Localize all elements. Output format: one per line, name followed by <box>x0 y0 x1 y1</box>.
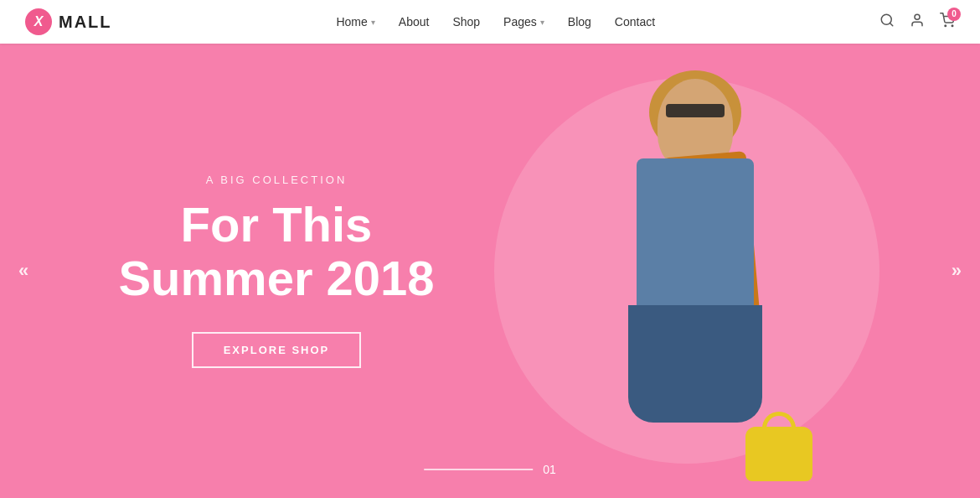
nav-list: Home ▾ About Shop Pages ▾ <box>336 15 655 29</box>
nav-item-about[interactable]: About <box>399 15 430 29</box>
hero-title: For This Summer 2018 <box>118 198 434 305</box>
hero-model-image <box>519 62 871 498</box>
account-icon[interactable] <box>910 13 925 32</box>
nav-item-pages[interactable]: Pages ▾ <box>503 15 544 29</box>
explore-shop-button[interactable]: EXPLORE SHOP <box>192 332 362 368</box>
svg-line-1 <box>890 23 892 25</box>
nav-contact-label: Contact <box>615 15 655 29</box>
chevron-down-icon: ▾ <box>540 18 544 27</box>
svg-point-2 <box>915 14 920 19</box>
site-header: X MALL Home ▾ About Shop <box>0 0 980 44</box>
hero-section: A BIG COLLECTION For This Summer 2018 EX… <box>0 44 980 498</box>
search-icon[interactable] <box>879 13 895 32</box>
slider-prev-button[interactable]: « <box>18 260 28 282</box>
header-icons: 0 <box>879 13 955 32</box>
logo-icon: X <box>25 8 52 35</box>
nav-item-blog[interactable]: Blog <box>568 15 591 29</box>
nav-blog-label: Blog <box>568 15 591 29</box>
cart-icon[interactable]: 0 <box>940 13 955 32</box>
nav-pages-label: Pages <box>503 15 537 29</box>
model-figure <box>561 79 829 498</box>
nav-item-shop[interactable]: Shop <box>452 15 480 29</box>
nav-item-home[interactable]: Home ▾ <box>336 15 374 29</box>
slide-number: 01 <box>543 463 556 476</box>
logo[interactable]: X MALL <box>25 8 112 35</box>
model-body <box>637 158 754 326</box>
slide-progress-line <box>424 469 533 470</box>
svg-point-4 <box>952 25 953 27</box>
hero-subtitle: A BIG COLLECTION <box>206 174 348 186</box>
logo-text: MALL <box>59 13 112 32</box>
main-nav: Home ▾ About Shop Pages ▾ <box>336 15 655 29</box>
model-skirt <box>628 305 762 423</box>
chevron-down-icon: ▾ <box>371 18 375 27</box>
slide-indicator: 01 <box>424 463 556 476</box>
nav-item-contact[interactable]: Contact <box>615 15 655 29</box>
svg-point-3 <box>945 25 946 27</box>
hero-title-line2: Summer 2018 <box>118 251 434 305</box>
cart-badge: 0 <box>947 8 961 21</box>
nav-home-label: Home <box>336 15 367 29</box>
hero-content: A BIG COLLECTION For This Summer 2018 EX… <box>0 44 519 498</box>
model-bag-handle <box>762 412 796 428</box>
nav-shop-label: Shop <box>452 15 480 29</box>
hero-title-line1: For This <box>181 197 373 252</box>
slider-next-button[interactable]: » <box>952 260 962 282</box>
model-bag <box>745 427 812 481</box>
nav-about-label: About <box>399 15 430 29</box>
